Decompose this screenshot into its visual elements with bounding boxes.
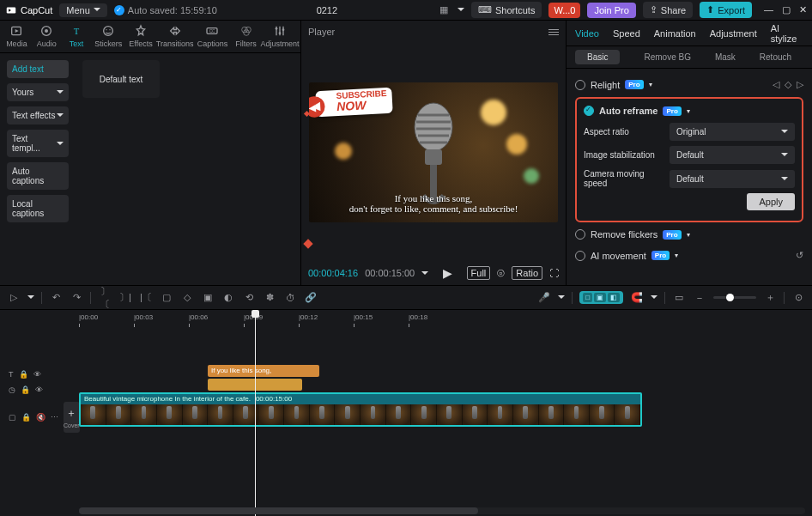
checkbox-on-icon[interactable]	[584, 106, 594, 116]
track-toggle-group[interactable]: □ ▣ ◧	[579, 291, 623, 304]
timeline-scrollbar[interactable]	[79, 507, 805, 514]
full-button[interactable]: Full	[467, 266, 491, 280]
select-tool[interactable]: ▷	[7, 292, 21, 303]
timeline-ruler[interactable]: |00:00|00:03|00:06|00:09|00:12|00:15|00:…	[79, 310, 812, 327]
undo-button[interactable]: ↶	[49, 292, 63, 303]
eye-icon[interactable]: 👁	[33, 370, 41, 379]
camera-speed-select[interactable]: Default	[670, 170, 795, 188]
chevron-down-icon[interactable]	[421, 271, 428, 278]
zoom-fit-icon[interactable]: ⊙	[791, 292, 805, 303]
forward-icon[interactable]: ▷	[797, 79, 803, 90]
tab-adjustment[interactable]: Adjustment	[710, 23, 757, 44]
ai-movement-row[interactable]: AI movement Pro ▾ ↺	[575, 245, 803, 266]
redo-button[interactable]: ↷	[70, 292, 83, 303]
crop-tool[interactable]: ◇	[180, 292, 194, 303]
sidebar-item-yours[interactable]: Yours	[7, 83, 69, 101]
toggle-2[interactable]: ▣	[594, 293, 606, 302]
player-menu-icon[interactable]	[548, 29, 559, 35]
video-preview[interactable]: SUBSCRIBE NOW If you like this song, don…	[309, 82, 558, 222]
maximize-icon[interactable]: ▢	[782, 4, 791, 15]
video-track-icon[interactable]: ▢	[9, 413, 16, 422]
subtab-retouch[interactable]: Retouch	[760, 50, 791, 64]
sidebar-item-local-captions[interactable]: Local captions	[7, 195, 69, 222]
keyframe-icon[interactable]: ◇	[785, 79, 791, 90]
subtab-basic[interactable]: Basic	[575, 50, 620, 64]
reset-icon[interactable]: ↺	[796, 250, 803, 261]
mirror-tool[interactable]: ◐	[221, 292, 235, 303]
ribbon-stickers[interactable]: Stickers	[94, 24, 122, 49]
sidebar-item-text-templates[interactable]: Text templ...	[7, 130, 69, 157]
lock-icon[interactable]: 🔒	[21, 385, 30, 394]
freeze-tool[interactable]: ✽	[263, 292, 276, 303]
export-button[interactable]: ⬆Export	[700, 2, 752, 18]
relight-row[interactable]: Relight Pro ▾ ◁◇▷	[575, 74, 803, 95]
sidebar-item-auto-captions[interactable]: Auto captions	[7, 162, 69, 190]
aspect-ratio-select[interactable]: Original	[670, 123, 795, 141]
zoom-slider[interactable]	[713, 296, 756, 299]
user-badge[interactable]: W...0	[548, 3, 580, 18]
checkbox-off-icon[interactable]	[575, 80, 585, 90]
text-track-icon[interactable]: T	[9, 370, 14, 379]
tab-animation[interactable]: Animation	[654, 23, 696, 44]
fullscreen-icon[interactable]: ⛶	[549, 268, 559, 278]
apply-button[interactable]: Apply	[747, 193, 795, 210]
preview-icon[interactable]: ▭	[672, 292, 686, 303]
subtab-remove-bg[interactable]: Remove BG	[644, 50, 690, 64]
ribbon-effects[interactable]: Effects	[129, 24, 152, 49]
mic-icon[interactable]: 🎤	[537, 292, 551, 303]
checkbox-off-icon[interactable]	[575, 251, 585, 261]
reverse-tool[interactable]: ▣	[201, 292, 215, 303]
ribbon-media[interactable]: Media	[5, 24, 28, 49]
tab-speed[interactable]: Speed	[613, 23, 640, 44]
magnet-icon[interactable]: 🧲	[630, 292, 644, 303]
scrollbar-thumb[interactable]	[79, 507, 478, 514]
ribbon-filters[interactable]: Filters	[234, 24, 258, 49]
ribbon-adjustment[interactable]: Adjustment	[264, 24, 295, 49]
video-clip[interactable]: Beautiful vintage microphone In the inte…	[79, 392, 642, 427]
zoom-out-icon[interactable]: −	[693, 293, 706, 303]
lock-icon[interactable]: 🔒	[21, 413, 31, 422]
layout-icon[interactable]: ▦	[437, 4, 451, 15]
minimize-icon[interactable]: —	[764, 4, 773, 15]
split-tool[interactable]: 〕〔	[98, 285, 112, 311]
ratio-button[interactable]: Ratio	[512, 266, 542, 280]
mute-icon[interactable]: 🔇	[36, 413, 45, 422]
speed-tool[interactable]: ⏱	[283, 293, 297, 303]
cover-button[interactable]: ＋Cover	[64, 402, 80, 433]
lock-icon[interactable]: 🔒	[19, 370, 28, 379]
menu-button[interactable]: Menu	[59, 3, 107, 17]
checkbox-off-icon[interactable]	[575, 229, 585, 240]
sidebar-item-text-effects[interactable]: Text effects	[7, 106, 69, 124]
more-icon[interactable]: ⋯	[51, 413, 58, 422]
timeline-tracks[interactable]: |00:00|00:03|00:06|00:09|00:12|00:15|00:…	[79, 310, 812, 516]
ribbon-captions[interactable]: CCCaptions	[197, 24, 228, 49]
eye-icon[interactable]: 👁	[35, 385, 43, 394]
delete-tool[interactable]: ▢	[160, 292, 173, 303]
tab-video[interactable]: Video	[575, 23, 599, 44]
tab-ai-stylize[interactable]: AI stylize	[771, 21, 803, 49]
stabilization-select[interactable]: Default	[670, 146, 795, 164]
ribbon-text[interactable]: TText	[65, 24, 88, 49]
ribbon-transitions[interactable]: Transitions	[160, 24, 191, 49]
chain-tool[interactable]: 🔗	[304, 292, 318, 303]
add-text-button[interactable]: Add text	[7, 60, 69, 78]
playhead[interactable]: Pro Free	[255, 310, 256, 516]
trim-left-tool[interactable]: 〕|	[118, 291, 132, 304]
toggle-3[interactable]: ◧	[608, 293, 620, 302]
trim-right-tool[interactable]: |〔	[139, 291, 153, 304]
subtab-mask[interactable]: Mask	[715, 50, 736, 64]
reset-icon[interactable]: ◁	[773, 79, 779, 90]
keyframe-marker-icon[interactable]	[303, 239, 312, 248]
ribbon-audio[interactable]: Audio	[35, 24, 58, 49]
clock-icon[interactable]: ◷	[9, 385, 15, 394]
join-pro-button[interactable]: Join Pro	[587, 3, 635, 18]
toggle-1[interactable]: □	[583, 293, 592, 302]
share-button[interactable]: ⇪Share	[643, 2, 693, 18]
play-button[interactable]: ▶	[443, 266, 452, 280]
text-clip[interactable]: If you like this song,	[208, 365, 319, 377]
remove-flickers-row[interactable]: Remove flickers Pro ▾	[575, 224, 803, 245]
zoom-in-icon[interactable]: ＋	[763, 291, 777, 304]
rotate-tool[interactable]: ⟲	[242, 292, 256, 303]
default-text-thumb[interactable]: Default text	[82, 60, 160, 98]
shortcuts-button[interactable]: ⌨Shortcuts	[471, 2, 542, 18]
